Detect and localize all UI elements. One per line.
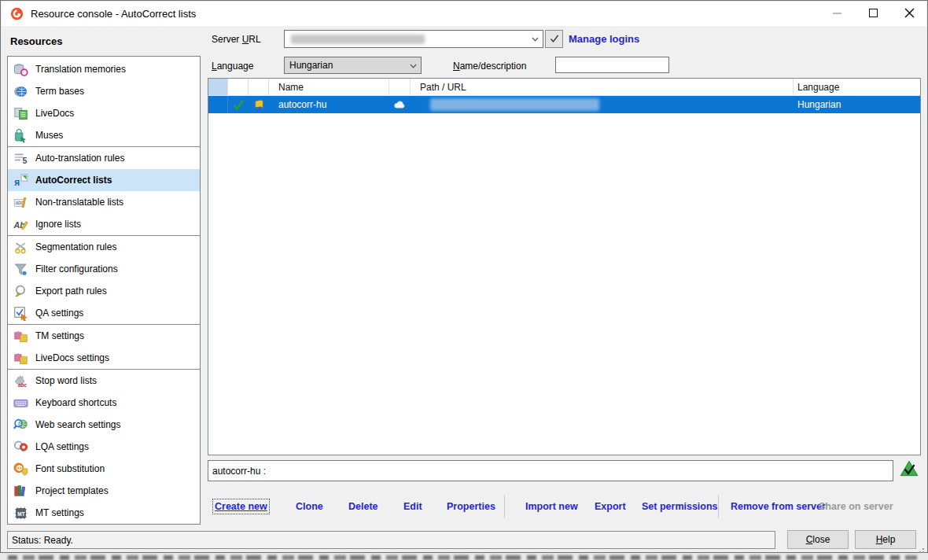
sidebar-item-stop-word-lists[interactable]: abc Stop word lists: [8, 370, 200, 392]
sidebar-item-qa-settings[interactable]: QA settings: [8, 302, 200, 324]
filter-configurations-icon: [13, 262, 28, 277]
row-language-cell: Hungarian: [794, 96, 920, 113]
stop-word-lists-icon: abc: [13, 374, 28, 389]
close-window-button[interactable]: [891, 1, 927, 25]
server-connect-button[interactable]: [545, 30, 563, 48]
sidebar-item-label: AutoCorrect lists: [35, 175, 112, 186]
minimize-button: [819, 1, 855, 25]
name-description-label: Name/description: [453, 61, 526, 72]
sidebar-item-ignore-lists[interactable]: Ab Ignore lists: [8, 213, 200, 235]
non-translatable-lists-icon: abc: [13, 195, 28, 210]
properties-button[interactable]: Properties: [447, 501, 495, 512]
table-header-row: Name Path / URL Language: [208, 79, 920, 96]
delete-button[interactable]: Delete: [348, 501, 378, 512]
sidebar-item-label: LiveDocs settings: [35, 352, 109, 363]
ignore-lists-icon: Ab: [13, 217, 28, 232]
sidebar-item-filter-configurations[interactable]: Filter configurations: [8, 258, 200, 280]
clone-button[interactable]: Clone: [296, 501, 323, 512]
svg-text:Φ: Φ: [17, 463, 23, 472]
sidebar-item-non-translatable-lists[interactable]: abc Non-translatable lists: [8, 191, 200, 213]
sidebar-item-translation-memories[interactable]: Translation memories: [8, 58, 200, 80]
autocorrect-list-book-icon: [252, 98, 266, 112]
column-header-name[interactable]: Name: [269, 79, 389, 95]
sidebar-item-muses[interactable]: Muses: [8, 124, 200, 146]
green-check-icon: [232, 98, 245, 112]
column-header-type[interactable]: [249, 79, 269, 95]
memoq-logo-icon: [10, 7, 24, 20]
manage-logins-link[interactable]: Manage logins: [569, 33, 639, 45]
action-button-bar: Create new Clone Delete Edit Properties …: [1, 495, 928, 518]
resource-description-input[interactable]: [208, 460, 893, 481]
sidebar-item-keyboard-shortcuts[interactable]: Keyboard shortcuts: [8, 392, 200, 414]
export-button[interactable]: Export: [595, 501, 626, 512]
resize-grip[interactable]: [918, 547, 924, 553]
status-bar: Status: Ready.: [7, 531, 775, 549]
font-substitution-icon: Φ: [13, 462, 28, 477]
translation-memories-icon: [13, 62, 28, 77]
column-header-location[interactable]: [389, 79, 411, 95]
column-header-language[interactable]: Language: [794, 79, 920, 95]
lqa-settings-icon: [13, 440, 28, 455]
language-selected-value: Hungarian: [289, 60, 333, 71]
resource-console-window: Resource console - AutoCorrect lists Res…: [0, 0, 928, 553]
sidebar-item-label: LiveDocs: [35, 108, 74, 119]
sidebar-item-label: Web search settings: [35, 419, 121, 430]
svg-text:5: 5: [22, 156, 27, 165]
autocorrect-lists-icon: я: [13, 173, 28, 188]
chevron-down-icon: [410, 64, 417, 68]
sidebar-item-livedocs[interactable]: LiveDocs: [8, 102, 200, 124]
sidebar-item-label: TM settings: [35, 330, 84, 341]
sidebar-item-term-bases[interactable]: Term bases: [8, 80, 200, 102]
sidebar-item-label: Term bases: [35, 86, 84, 97]
sidebar-item-label: Segmentation rules: [35, 241, 116, 252]
livedocs-icon: [13, 106, 28, 121]
column-header-status[interactable]: [228, 79, 249, 95]
remove-from-server-button[interactable]: Remove from server: [731, 501, 826, 512]
import-new-button[interactable]: Import new: [525, 501, 578, 512]
create-new-button[interactable]: Create new: [215, 501, 267, 512]
language-dropdown[interactable]: Hungarian: [284, 57, 422, 74]
help-button[interactable]: Help: [855, 530, 916, 549]
chevron-down-icon: [532, 37, 539, 42]
edit-button[interactable]: Edit: [403, 501, 422, 512]
sidebar-item-label: Ignore lists: [35, 219, 81, 230]
sidebar-item-livedocs-settings[interactable]: LiveDocs settings: [8, 347, 200, 369]
row-name-cell: autocorr-hu: [269, 96, 389, 113]
column-header-selector[interactable]: [208, 79, 228, 95]
column-header-path-url[interactable]: Path / URL: [411, 79, 794, 95]
segmentation-rules-icon: [13, 240, 28, 255]
sidebar-item-lqa-settings[interactable]: LQA settings: [8, 436, 200, 458]
maximize-button[interactable]: [855, 1, 891, 25]
row-path-cell: [411, 96, 794, 113]
close-icon: [904, 8, 915, 18]
sidebar-item-label: QA settings: [35, 308, 83, 319]
sidebar-item-segmentation-rules[interactable]: Segmentation rules: [8, 236, 200, 258]
maximize-icon: [869, 9, 878, 17]
button-group-divider: [504, 495, 505, 518]
server-url-label: Server URL: [212, 34, 261, 45]
sidebar-item-export-path-rules[interactable]: Export path rules: [8, 280, 200, 302]
sidebar-item-tm-settings[interactable]: TM settings: [8, 325, 200, 347]
row-location-cell: [389, 96, 411, 113]
close-button[interactable]: Close: [787, 530, 849, 549]
row-selector-cell[interactable]: [208, 96, 228, 113]
share-on-server-button: Share on server: [819, 501, 893, 512]
svg-text:abc: abc: [18, 381, 28, 387]
name-description-filter-input[interactable]: [555, 57, 669, 73]
sidebar-item-web-search-settings[interactable]: Web search settings: [8, 414, 200, 436]
export-path-rules-icon: [13, 284, 28, 299]
sidebar-item-auto-translation-rules[interactable]: 5 Auto-translation rules: [8, 147, 200, 169]
qa-settings-icon: [13, 306, 28, 321]
edit-description-icon[interactable]: [899, 459, 919, 479]
sidebar-item-autocorrect-lists[interactable]: я AutoCorrect lists: [8, 169, 200, 191]
sidebar-item-label: Export path rules: [35, 286, 107, 297]
language-label: Language: [212, 61, 253, 72]
sidebar-item-font-substitution[interactable]: Φ Font substitution: [8, 458, 200, 480]
set-permissions-button[interactable]: Set permissions: [642, 501, 718, 512]
path-redacted-text: [430, 98, 599, 111]
server-url-combobox[interactable]: [284, 30, 543, 48]
table-row[interactable]: autocorr-hu Hungarian: [208, 96, 920, 113]
tm-settings-icon: [13, 329, 28, 344]
keyboard-shortcuts-icon: [13, 396, 28, 411]
title-bar: Resource console - AutoCorrect lists: [2, 2, 926, 26]
